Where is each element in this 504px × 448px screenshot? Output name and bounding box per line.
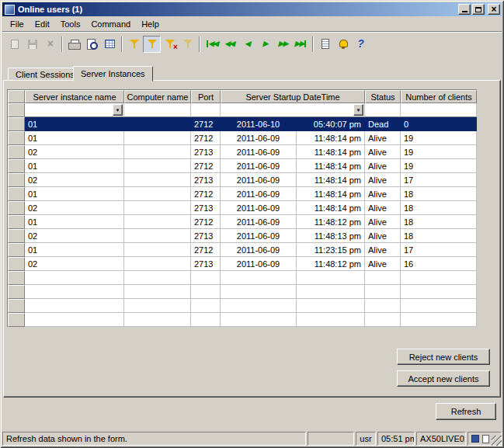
grid-cell-computer[interactable] bbox=[124, 243, 191, 257]
grid-cell-port[interactable] bbox=[191, 271, 221, 285]
grid-cell-computer[interactable] bbox=[124, 173, 191, 187]
dropdown-arrow-icon[interactable] bbox=[353, 104, 363, 116]
grid-cell-date[interactable] bbox=[221, 299, 297, 313]
grid-cell-port[interactable] bbox=[191, 313, 221, 327]
reject-new-clients-button[interactable]: Reject new clients bbox=[397, 349, 490, 365]
grid-cell-port[interactable]: 2713 bbox=[191, 257, 221, 271]
row-selector[interactable] bbox=[8, 299, 25, 313]
filter-computer-input[interactable] bbox=[124, 103, 191, 117]
grid-cell-status[interactable]: Alive bbox=[365, 173, 401, 187]
menu-help[interactable]: Help bbox=[136, 18, 165, 30]
filter-by-grid-view-button[interactable] bbox=[101, 36, 119, 53]
grid-cell-status[interactable]: Alive bbox=[365, 187, 401, 201]
grid-cell-status[interactable] bbox=[365, 285, 401, 299]
grid-row[interactable]: 0127122011-06-0911:48:14 pmAlive19 bbox=[8, 159, 477, 173]
grid-row[interactable]: 0227132011-06-0911:48:12 pmAlive16 bbox=[8, 257, 477, 271]
row-selector[interactable] bbox=[8, 145, 25, 159]
grid-cell-status[interactable]: Dead bbox=[365, 117, 401, 131]
row-selector[interactable] bbox=[8, 159, 25, 173]
grid-cell-clients[interactable]: 19 bbox=[401, 145, 477, 159]
grid-cell-date[interactable]: 2011-06-09 bbox=[221, 187, 297, 201]
grid-cell-clients[interactable]: 0 bbox=[401, 117, 477, 131]
grid-row[interactable]: 0227132011-06-0911:48:14 pmAlive17 bbox=[8, 173, 477, 187]
grid-cell-clients[interactable]: 17 bbox=[401, 173, 477, 187]
grid-cell-status[interactable]: Alive bbox=[365, 201, 401, 215]
grid-cell-status[interactable]: Alive bbox=[365, 229, 401, 243]
grid-cell-port[interactable]: 2712 bbox=[191, 187, 221, 201]
grid-cell-status[interactable] bbox=[365, 271, 401, 285]
grid-cell-computer[interactable] bbox=[124, 299, 191, 313]
grid-cell-status[interactable] bbox=[365, 313, 401, 327]
menu-command[interactable]: Command bbox=[85, 18, 136, 30]
maximize-button[interactable] bbox=[472, 4, 485, 15]
grid-cell-time[interactable] bbox=[297, 299, 365, 313]
filter-startup-input[interactable] bbox=[221, 103, 365, 117]
grid-cell-time[interactable] bbox=[297, 313, 365, 327]
row-selector[interactable] bbox=[8, 201, 25, 215]
col-header-status[interactable]: Status bbox=[365, 90, 401, 103]
filter-clients-input[interactable] bbox=[401, 103, 477, 117]
row-selector[interactable] bbox=[8, 229, 25, 243]
grid-cell-date[interactable]: 2011-06-09 bbox=[221, 243, 297, 257]
grid-row[interactable]: 0227132011-06-0911:48:13 pmAlive18 bbox=[8, 229, 477, 243]
grid-cell-port[interactable]: 2712 bbox=[191, 215, 221, 229]
tab-server-instances[interactable]: Server Instances bbox=[73, 66, 153, 82]
accept-new-clients-button[interactable]: Accept new clients bbox=[397, 370, 490, 387]
grid-cell-clients[interactable]: 19 bbox=[401, 131, 477, 145]
grid-row[interactable]: 0127122011-06-0911:48:12 pmAlive18 bbox=[8, 215, 477, 229]
grid-cell-time[interactable]: 11:48:13 pm bbox=[297, 229, 365, 243]
col-header-computer[interactable]: Computer name bbox=[124, 90, 191, 103]
grid-cell-time[interactable]: 11:48:14 pm bbox=[297, 201, 365, 215]
row-selector[interactable] bbox=[8, 257, 25, 271]
grid-cell-instance[interactable]: 01 bbox=[25, 215, 124, 229]
grid-cell-date[interactable] bbox=[221, 285, 297, 299]
tab-client-sessions[interactable]: Client Sessions bbox=[8, 68, 82, 81]
grid-cell-computer[interactable] bbox=[124, 285, 191, 299]
help-button[interactable] bbox=[352, 36, 370, 53]
menu-file[interactable]: File bbox=[5, 18, 30, 30]
grid-cell-clients[interactable] bbox=[401, 271, 477, 285]
grid-cell-clients[interactable]: 17 bbox=[401, 243, 477, 257]
grid-cell-instance[interactable]: 02 bbox=[25, 257, 124, 271]
grid-cell-clients[interactable]: 18 bbox=[401, 187, 477, 201]
grid-cell-computer[interactable] bbox=[124, 187, 191, 201]
grid-cell-port[interactable]: 2713 bbox=[191, 173, 221, 187]
col-header-clients[interactable]: Number of clients bbox=[401, 90, 477, 103]
grid-cell-computer[interactable] bbox=[124, 201, 191, 215]
grid-cell-status[interactable]: Alive bbox=[365, 145, 401, 159]
grid-cell-status[interactable] bbox=[365, 299, 401, 313]
row-selector[interactable] bbox=[8, 271, 25, 285]
grid-cell-instance[interactable]: 02 bbox=[25, 229, 124, 243]
next-record-button[interactable]: ▶ bbox=[256, 36, 274, 53]
print-button[interactable] bbox=[65, 36, 83, 53]
previous-record-button[interactable]: ◀ bbox=[238, 36, 256, 53]
refresh-button[interactable]: Refresh bbox=[436, 403, 496, 420]
previous-fast-button[interactable]: ◀◀ bbox=[221, 36, 238, 53]
grid-row[interactable]: 0127122011-06-1005:40:07 pmDead0 bbox=[8, 117, 477, 131]
minimize-button[interactable] bbox=[458, 4, 471, 15]
filter-by-grid-button[interactable] bbox=[143, 36, 161, 53]
grid-cell-date[interactable]: 2011-06-09 bbox=[221, 159, 297, 173]
grid-cell-computer[interactable] bbox=[124, 257, 191, 271]
grid-cell-date[interactable] bbox=[221, 313, 297, 327]
row-selector[interactable] bbox=[8, 285, 25, 299]
grid-cell-clients[interactable]: 19 bbox=[401, 159, 477, 173]
remove-filter-button[interactable] bbox=[179, 36, 196, 53]
grid-empty-row[interactable] bbox=[8, 285, 477, 299]
save-button[interactable] bbox=[23, 36, 41, 53]
menu-tools[interactable]: Tools bbox=[55, 18, 86, 30]
titlebar[interactable]: Online users (1) × bbox=[2, 2, 502, 16]
grid-cell-time[interactable]: 11:48:14 pm bbox=[297, 145, 365, 159]
document-handling-button[interactable] bbox=[316, 36, 334, 53]
grid-cell-instance[interactable] bbox=[25, 313, 124, 327]
grid-cell-date[interactable]: 2011-06-09 bbox=[221, 215, 297, 229]
row-selector[interactable] bbox=[8, 313, 25, 327]
close-button[interactable]: × bbox=[488, 4, 500, 15]
grid-cell-computer[interactable] bbox=[124, 229, 191, 243]
grid-cell-date[interactable]: 2011-06-09 bbox=[221, 173, 297, 187]
row-selector[interactable] bbox=[8, 117, 25, 131]
grid-cell-port[interactable] bbox=[191, 299, 221, 313]
grid-cell-port[interactable]: 2712 bbox=[191, 243, 221, 257]
advanced-filter-button[interactable]: × bbox=[161, 36, 179, 53]
grid-cell-port[interactable]: 2713 bbox=[191, 201, 221, 215]
